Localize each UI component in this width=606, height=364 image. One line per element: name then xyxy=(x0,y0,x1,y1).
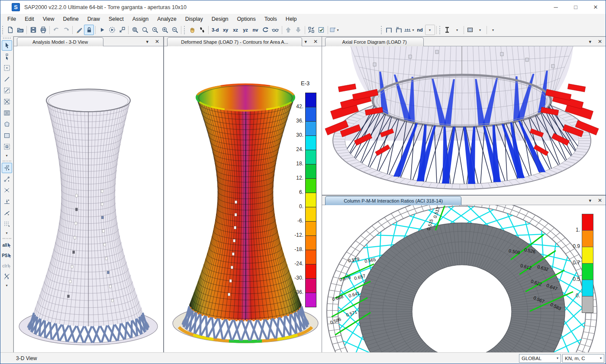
deformed-pane-close[interactable]: ✕ xyxy=(313,39,318,45)
redo-button[interactable] xyxy=(61,25,71,35)
analysis-pane-menu-caret[interactable]: ▾ xyxy=(146,39,148,45)
units-select[interactable]: KN, m, C▾ xyxy=(562,354,604,363)
move-up-list-button[interactable] xyxy=(284,25,293,35)
deformed-shape-drawing xyxy=(164,46,322,353)
rubber-band-zoom-button[interactable] xyxy=(130,25,140,35)
zoom-out-button[interactable] xyxy=(170,25,180,35)
analysis-pane-close[interactable]: ✕ xyxy=(155,39,159,45)
snap-tools-more[interactable]: ▾ xyxy=(2,230,12,236)
deformed-tab[interactable]: Deformed Shape (LOAD 7) - Contours for A… xyxy=(167,37,302,46)
draw-frame-tool[interactable] xyxy=(2,74,12,84)
menu-analyze[interactable]: Analyze xyxy=(153,16,181,22)
menu-view[interactable]: View xyxy=(39,16,59,22)
axial-force-viewport[interactable] xyxy=(322,46,606,195)
print-button[interactable] xyxy=(38,25,48,35)
snap-perpendicular-tool[interactable] xyxy=(2,196,12,207)
zoom-in-button[interactable] xyxy=(160,25,170,35)
view-xy-button[interactable]: xy xyxy=(221,25,231,35)
snap-lines-tool[interactable] xyxy=(2,208,12,218)
close-button[interactable]: ✕ xyxy=(586,0,606,14)
deformed-shape-viewport[interactable]: E-342.36.30.24.18.12.6.0.-6.-12.-18.-24.… xyxy=(164,46,322,353)
more-sections-dropdown[interactable]: ▾ xyxy=(488,25,498,35)
area-section-dropdown[interactable]: ▾ xyxy=(475,25,485,35)
menu-assign[interactable]: Assign xyxy=(128,16,153,22)
draw-mode-button[interactable] xyxy=(74,25,84,35)
cable-bridge-button[interactable]: ▾ xyxy=(404,25,415,35)
perspective-button[interactable] xyxy=(271,25,280,35)
menu-edit[interactable]: Edit xyxy=(20,16,39,22)
frame-properties-button[interactable] xyxy=(384,25,394,35)
display-options-button[interactable]: ▾ xyxy=(329,25,340,35)
deformed-pane-menu-caret[interactable]: ▾ xyxy=(304,39,307,45)
frame-h-properties-button[interactable] xyxy=(394,25,404,35)
move-down-list-button[interactable] xyxy=(293,25,303,35)
draw-tools-more[interactable]: ▾ xyxy=(2,153,12,158)
select-tool[interactable] xyxy=(2,40,12,51)
modify-undeformed-button[interactable] xyxy=(117,25,127,35)
rotate-view-button[interactable] xyxy=(261,25,271,35)
shrink-objects-button[interactable] xyxy=(306,25,316,35)
snap-midpoints-tool[interactable] xyxy=(2,174,12,184)
minimize-button[interactable]: ─ xyxy=(546,0,566,14)
quick-draw-secondary-beams-tool[interactable] xyxy=(2,108,12,118)
interaction-pane-close[interactable]: ✕ xyxy=(598,197,602,203)
menu-options[interactable]: Options xyxy=(233,16,260,22)
draw-rect-area-tool[interactable] xyxy=(2,130,12,141)
coordinate-system-select[interactable]: GLOBAL▾ xyxy=(519,354,561,363)
select-all-button[interactable]: all xyxy=(2,240,12,250)
run-options-button[interactable] xyxy=(107,25,117,35)
menu-define[interactable]: Define xyxy=(59,16,83,22)
axial-pane-menu-caret[interactable]: ▾ xyxy=(589,39,591,45)
view-3d-button[interactable]: 3-d xyxy=(210,25,221,35)
analysis-model-viewport[interactable] xyxy=(14,46,163,353)
draw-joint-tool[interactable] xyxy=(2,63,12,73)
axial-pane-close[interactable]: ✕ xyxy=(598,39,602,45)
open-model-button[interactable] xyxy=(15,25,25,35)
quick-draw-braces-tool[interactable] xyxy=(2,97,12,107)
dropdown-caret: ▾ xyxy=(455,28,459,32)
run-analysis-button[interactable] xyxy=(97,25,107,35)
pan-button[interactable] xyxy=(187,25,197,35)
previous-selection-button[interactable]: PS xyxy=(2,251,12,260)
quick-draw-area-tool[interactable] xyxy=(2,142,12,152)
menu-design[interactable]: Design xyxy=(207,16,233,22)
area-section-button[interactable] xyxy=(465,25,475,35)
axial-tab[interactable]: Axial Force Diagram (LOAD 7) xyxy=(325,37,424,46)
reshape-tool[interactable] xyxy=(2,52,12,62)
draw-poly-area-tool[interactable] xyxy=(2,119,12,129)
frame-section-dropdown[interactable]: ▾ xyxy=(452,25,462,35)
app-window: S SAP2000 v22.2.0 Ultimate 64-bit - Torr… xyxy=(0,0,606,364)
analysis-tab[interactable]: Analysis Model - 3-D View xyxy=(17,37,103,46)
menu-help[interactable]: Help xyxy=(281,16,301,22)
lock-model-button[interactable] xyxy=(84,25,94,35)
invert-selection-button[interactable] xyxy=(2,271,12,282)
snap-intersections-tool[interactable] xyxy=(2,185,12,196)
menu-select[interactable]: Select xyxy=(104,16,128,22)
undo-button[interactable] xyxy=(51,25,61,35)
menu-file[interactable]: File xyxy=(3,16,20,22)
interaction-ratios-viewport[interactable]: 0.515 0.513 0.579 0.565 0.678 0.657 0.66… xyxy=(322,205,606,353)
view-yz-button[interactable]: yz xyxy=(241,25,251,35)
interaction-pane-menu-caret[interactable]: ▾ xyxy=(589,198,591,203)
view-xz-button[interactable]: xz xyxy=(231,25,241,35)
snap-joints-tool[interactable] xyxy=(2,163,12,173)
interaction-tab[interactable]: Column P-M-M Interaction Ratios (ACI 318… xyxy=(325,196,461,205)
menu-draw[interactable]: Draw xyxy=(83,16,104,22)
previous-zoom-button[interactable] xyxy=(150,25,160,35)
frame-section-button[interactable] xyxy=(442,25,452,35)
restore-full-view-button[interactable] xyxy=(140,25,150,35)
maximize-button[interactable]: □ xyxy=(566,0,586,14)
selection-tools-more[interactable]: ▾ xyxy=(2,283,12,288)
object-display-checkbox[interactable] xyxy=(316,25,326,35)
view-nv-button[interactable]: nv xyxy=(251,25,261,35)
frame-group-dropdown[interactable]: ▾ xyxy=(425,25,435,35)
clear-selection-button[interactable]: clr xyxy=(2,261,12,271)
view-nd-button[interactable]: nd xyxy=(415,25,425,35)
save-button[interactable] xyxy=(28,25,38,35)
menu-display[interactable]: Display xyxy=(181,16,207,22)
quick-draw-frame-tool[interactable] xyxy=(2,85,12,96)
new-model-button[interactable] xyxy=(5,25,15,35)
menu-tools[interactable]: Tools xyxy=(260,16,281,22)
walk-through-button[interactable] xyxy=(197,25,207,35)
snap-fine-grid-tool[interactable] xyxy=(2,219,12,229)
